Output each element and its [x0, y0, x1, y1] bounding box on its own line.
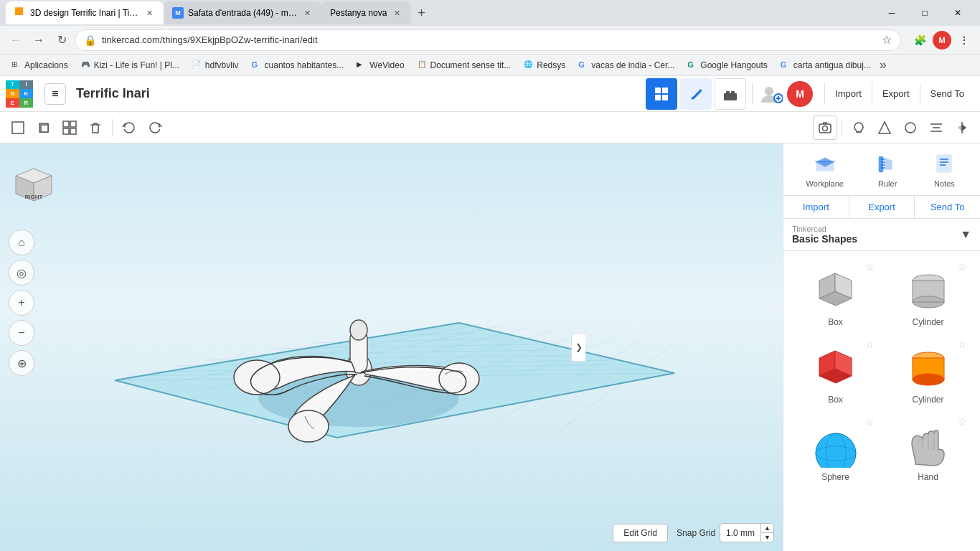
light-button[interactable]	[847, 116, 871, 140]
workspace: RIGHT ⌂ ◎ + − ⊕	[0, 143, 980, 551]
send-to-button[interactable]: Send To	[920, 83, 974, 105]
bookmark-favicon-kizi: 🎮	[81, 60, 91, 70]
minimize-button[interactable]: ─	[875, 1, 908, 24]
export-button[interactable]: Export	[872, 83, 920, 105]
svg-point-94	[816, 433, 856, 468]
shape-gray-box[interactable]: ☆ Box	[789, 257, 882, 334]
tab-3[interactable]: Pestanya nova ✕	[321, 1, 411, 24]
new-tab-button[interactable]: +	[411, 3, 431, 23]
tinkercad-logo[interactable]: T I N K E R	[6, 80, 33, 108]
snap-up[interactable]: ▲	[761, 524, 773, 533]
shape-orange-cylinder[interactable]: ☆ Cylinder	[882, 334, 974, 412]
bookmark-aplicacions[interactable]: ⊞ Aplicacions	[6, 59, 74, 72]
workplane-button[interactable]: Workplane	[806, 151, 844, 188]
build-button[interactable]	[680, 78, 712, 110]
tab-2[interactable]: M Safata d'entrada (449) - marti.su... ✕	[164, 1, 321, 24]
more-options[interactable]: ⋮	[954, 30, 974, 50]
profile-avatar[interactable]: M	[933, 31, 951, 50]
blocks-button[interactable]	[715, 78, 746, 110]
shape-label-gray-box: Box	[828, 317, 843, 327]
collapse-panel-button[interactable]: ❯	[571, 333, 585, 362]
notes-button[interactable]: Notes	[931, 151, 957, 188]
copy-button[interactable]	[32, 116, 56, 140]
extensions-button[interactable]: 🧩	[910, 30, 930, 50]
tab-1-close[interactable]: ✕	[143, 7, 155, 19]
bookmark-star[interactable]: ☆	[882, 33, 892, 47]
menu-icon[interactable]: ≡	[44, 83, 66, 105]
redo-button[interactable]	[143, 116, 167, 140]
home-view-button[interactable]: ⌂	[9, 230, 34, 255]
close-button[interactable]: ✕	[941, 1, 974, 24]
snap-spinner[interactable]: ▲ ▼	[760, 524, 773, 542]
refresh-button[interactable]: ↻	[52, 30, 72, 50]
ruler-label: Ruler	[878, 179, 897, 188]
shape-icon-gray-cylinder	[900, 264, 957, 314]
shapes-dropdown-arrow[interactable]: ▼	[960, 228, 971, 241]
3d-scene[interactable]	[57, 179, 783, 522]
svg-point-57	[288, 410, 329, 442]
bookmark-hangouts[interactable]: G Google Hangouts	[682, 59, 773, 72]
shape-gray-hand[interactable]: ☆ Hand	[882, 412, 974, 489]
edit-grid-button[interactable]: Edit Grid	[613, 524, 668, 542]
mirror-tool[interactable]	[950, 116, 974, 140]
grid-view-button[interactable]	[646, 78, 677, 110]
shape-blue-sphere[interactable]: ☆ Sphere	[789, 412, 882, 489]
logo-cell-k: K	[19, 89, 33, 98]
shape-star-gray-cylinder[interactable]: ☆	[958, 261, 967, 273]
snap-down[interactable]: ▼	[761, 533, 773, 542]
shape-star-red-box[interactable]: ☆	[865, 339, 875, 350]
bookmark-carta[interactable]: G carta antigua dibuj...	[775, 59, 877, 72]
tab-3-close[interactable]: ✕	[391, 7, 402, 19]
zoom-in-button[interactable]: +	[9, 290, 34, 316]
maximize-button[interactable]: □	[908, 1, 941, 24]
panel-send-to-button[interactable]: Send To	[915, 196, 980, 218]
zoom-out-button[interactable]: −	[9, 320, 34, 346]
topbar-divider	[752, 83, 753, 105]
bookmark-label-kizi: Kizi - Life is Fun! | Pl...	[94, 60, 179, 70]
new-object-button[interactable]	[6, 116, 30, 140]
bookmark-cuantos[interactable]: G cuantos habitantes...	[246, 59, 350, 72]
bookmark-favicon-redsys: 🌐	[524, 60, 534, 70]
delete-button[interactable]	[83, 116, 108, 140]
bookmark-redsys[interactable]: 🌐 Redsys	[518, 59, 571, 72]
viewport[interactable]: RIGHT ⌂ ◎ + − ⊕	[0, 143, 783, 551]
shapes-grid: ☆ Box	[783, 251, 980, 495]
undo-button[interactable]	[117, 116, 141, 140]
camera-button[interactable]	[813, 116, 837, 140]
tab-1[interactable]: 🟧 3D design Terrific Inari | Tinkerca...…	[6, 1, 164, 24]
panel-import-button[interactable]: Import	[783, 196, 849, 218]
forward-button[interactable]: →	[29, 30, 49, 50]
bookmark-hdfvbvliv[interactable]: 📄 hdfvbvliv	[187, 59, 245, 72]
shape-red-box[interactable]: ☆ Box	[789, 334, 882, 412]
shape-gray-cylinder[interactable]: ☆	[882, 257, 974, 334]
shape-star-blue-sphere[interactable]: ☆	[865, 416, 875, 428]
align-tool[interactable]	[924, 116, 948, 140]
view-cube[interactable]: RIGHT	[9, 158, 59, 208]
bookmark-document[interactable]: 📋 Document sense tit...	[412, 59, 517, 72]
bookmark-favicon-wevideo: ▶	[357, 60, 367, 70]
shape-tool-2[interactable]	[898, 116, 923, 140]
user-avatar[interactable]: M	[787, 81, 813, 107]
fit-view-button[interactable]: ◎	[9, 260, 34, 286]
address-bar[interactable]: 🔒 tinkercad.com/things/9XEkjpBpOZw-terri…	[75, 29, 901, 51]
group-button[interactable]	[57, 116, 82, 140]
reset-view-button[interactable]: ⊕	[9, 350, 34, 376]
bookmark-kizi[interactable]: 🎮 Kizi - Life is Fun! | Pl...	[75, 59, 185, 72]
add-user-button[interactable]	[758, 81, 784, 107]
snap-value-control: 1.0 mm ▲ ▼	[720, 523, 774, 542]
back-button[interactable]: ←	[6, 30, 26, 50]
bookmark-wevideo[interactable]: ▶ WeVideo	[351, 59, 410, 72]
shape-star-gray-hand[interactable]: ☆	[958, 416, 967, 428]
ruler-button[interactable]: Ruler	[875, 151, 900, 188]
panel-export-button[interactable]: Export	[849, 196, 915, 218]
navigation-bar: ← → ↻ 🔒 tinkercad.com/things/9XEkjpBpOZw…	[0, 26, 980, 55]
shape-star-gray-box[interactable]: ☆	[865, 261, 875, 273]
shape-tool-1[interactable]	[872, 116, 897, 140]
svg-rect-0	[655, 88, 661, 93]
tab-2-close[interactable]: ✕	[301, 7, 313, 19]
more-bookmarks-button[interactable]: »	[880, 57, 887, 72]
import-button[interactable]: Import	[825, 83, 872, 105]
bookmark-vacas[interactable]: G vacas de india - Cer...	[573, 59, 680, 72]
logo-block: T I N K E R	[6, 80, 33, 108]
shape-star-orange-cylinder[interactable]: ☆	[958, 339, 967, 350]
